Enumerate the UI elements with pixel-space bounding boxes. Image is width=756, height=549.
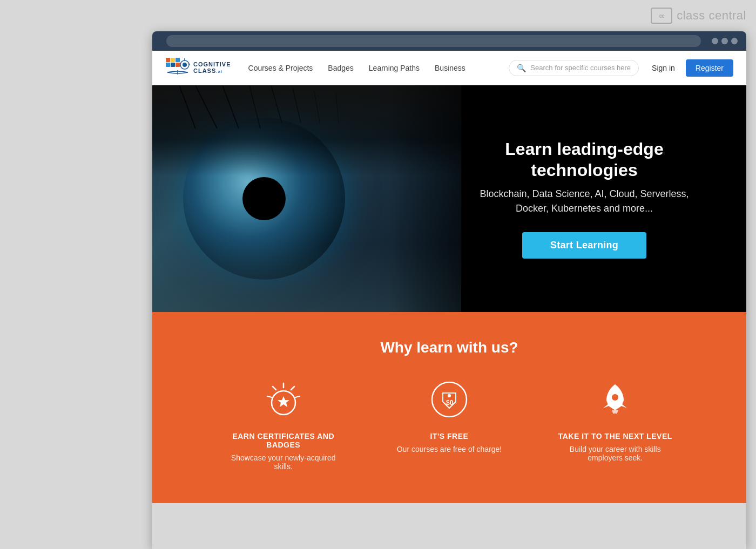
- nav-learning-paths[interactable]: Learning Paths: [369, 64, 420, 72]
- svg-line-18: [179, 85, 195, 128]
- svg-rect-2: [176, 58, 180, 62]
- start-learning-button[interactable]: Start Learning: [522, 232, 646, 259]
- svg-line-24: [295, 396, 300, 397]
- badges-card-desc: Showcase your newly-acquired skills.: [224, 453, 343, 471]
- svg-point-27: [448, 394, 451, 397]
- browser-chrome: [152, 31, 746, 51]
- hero-section: Learn leading-edge technologies Blockcha…: [152, 85, 746, 312]
- svg-line-12: [222, 85, 239, 128]
- badge-icon: [262, 378, 305, 421]
- svg-line-22: [291, 387, 294, 390]
- register-button[interactable]: Register: [686, 59, 733, 77]
- svg-rect-5: [176, 63, 180, 67]
- why-card-badges: EARN CERTIFICATES AND BADGES Showcase yo…: [224, 378, 343, 471]
- hero-content: Learn leading-edge technologies Blockcha…: [422, 139, 746, 259]
- svg-line-23: [273, 387, 276, 390]
- browser-dot-1: [712, 38, 718, 44]
- cc-logo: cc: [651, 8, 672, 24]
- eye-pupil: [242, 177, 286, 220]
- why-cards: EARN CERTIFICATES AND BADGES Showcase yo…: [165, 378, 733, 471]
- price-tag-icon: $0: [428, 378, 471, 421]
- browser-dot-3: [731, 38, 738, 44]
- svg-rect-1: [171, 58, 175, 62]
- browser-dot-2: [721, 38, 728, 44]
- browser-dots: [712, 38, 738, 44]
- class-central-watermark: cc class central: [641, 0, 756, 31]
- search-placeholder: Search for specific courses here: [530, 64, 631, 72]
- svg-line-14: [271, 85, 282, 123]
- svg-line-16: [314, 91, 320, 123]
- svg-line-11: [195, 85, 217, 128]
- brand-name: class central: [677, 9, 746, 23]
- nav-business[interactable]: Business: [435, 64, 465, 72]
- svg-rect-0: [166, 58, 170, 62]
- svg-line-13: [249, 85, 260, 128]
- badges-card-title: EARN CERTIFICATES AND BADGES: [224, 432, 343, 449]
- search-bar[interactable]: 🔍 Search for specific courses here: [509, 60, 639, 76]
- nav-badges[interactable]: Badges: [328, 64, 353, 72]
- url-bar[interactable]: [166, 35, 701, 47]
- hero-title: Learn leading-edge technologies: [465, 139, 703, 180]
- svg-line-17: [336, 93, 339, 123]
- svg-rect-4: [171, 63, 175, 67]
- next-level-card-desc: Build your career with skills employers …: [556, 445, 674, 462]
- why-card-next-level: TAKE IT TO THE NEXT LEVEL Build your car…: [556, 378, 674, 471]
- why-title: Why learn with us?: [165, 339, 733, 356]
- svg-text:$0: $0: [446, 399, 454, 406]
- nav-links: Courses & Projects Badges Learning Paths…: [248, 64, 509, 72]
- why-card-free: $0 IT'S FREE Our courses are free of cha…: [397, 378, 502, 471]
- rocket-icon: [593, 378, 637, 421]
- hero-subtitle: Blockchain, Data Science, AI, Cloud, Ser…: [465, 187, 703, 216]
- svg-line-15: [293, 88, 301, 123]
- why-section: Why learn with us?: [152, 312, 746, 503]
- svg-point-7: [183, 63, 187, 67]
- svg-line-25: [267, 396, 272, 397]
- svg-marker-20: [278, 396, 289, 407]
- search-icon: 🔍: [517, 64, 526, 72]
- signin-button[interactable]: Sign in: [647, 60, 679, 76]
- browser-window: COGNITIVE CLASS.ai Courses & Projects Ba…: [152, 31, 746, 549]
- svg-point-29: [612, 394, 618, 401]
- nav-courses-projects[interactable]: Courses & Projects: [248, 64, 313, 72]
- site-logo[interactable]: COGNITIVE CLASS.ai: [165, 57, 231, 79]
- free-card-title: IT'S FREE: [430, 432, 469, 440]
- website-content: COGNITIVE CLASS.ai Courses & Projects Ba…: [152, 51, 746, 503]
- logo-icon: [165, 57, 190, 79]
- navbar: COGNITIVE CLASS.ai Courses & Projects Ba…: [152, 51, 746, 85]
- next-level-card-title: TAKE IT TO THE NEXT LEVEL: [558, 432, 672, 440]
- logo-text: COGNITIVE CLASS.ai: [193, 61, 231, 74]
- svg-rect-3: [166, 63, 170, 67]
- free-card-desc: Our courses are free of charge!: [397, 445, 502, 453]
